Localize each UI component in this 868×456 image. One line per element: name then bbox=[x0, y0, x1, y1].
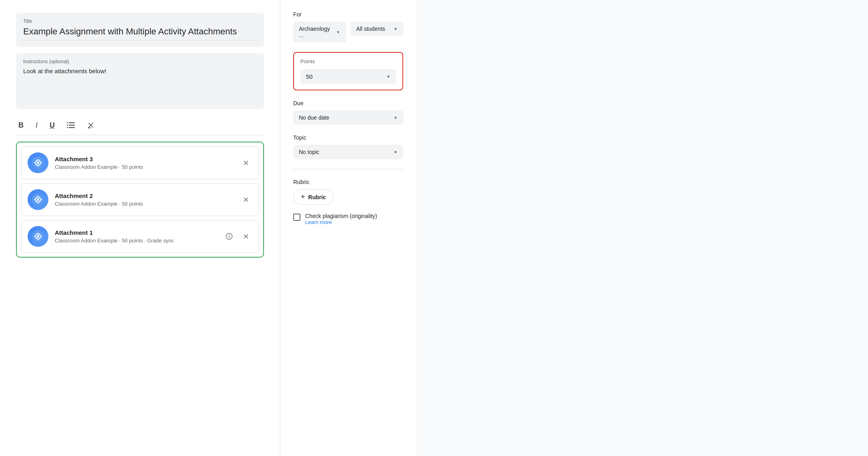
learn-more-link[interactable]: Learn more bbox=[305, 219, 377, 225]
attachment-actions bbox=[240, 193, 252, 206]
due-value: No due date bbox=[299, 114, 329, 121]
plagiarism-label: Check plagiarism (originality) bbox=[305, 213, 377, 219]
attachment-subtitle: Classroom Addon Example · 50 points bbox=[55, 164, 240, 170]
title-value[interactable]: Example Assignment with Multiple Activit… bbox=[23, 26, 257, 40]
svg-point-14 bbox=[37, 235, 39, 238]
topic-label: Topic bbox=[293, 134, 403, 141]
students-value: All students bbox=[356, 26, 385, 32]
attachment-info: Attachment 1 Classroom Addon Example · 5… bbox=[55, 229, 223, 244]
attachment-info: Attachment 2 Classroom Addon Example · 5… bbox=[55, 192, 240, 207]
svg-rect-0 bbox=[67, 122, 68, 123]
rubric-label: Rubric bbox=[293, 179, 403, 185]
attachment-title: Attachment 3 bbox=[55, 156, 240, 162]
list-button[interactable] bbox=[64, 120, 77, 130]
bold-button[interactable]: B bbox=[16, 120, 26, 130]
title-label: Title bbox=[23, 18, 257, 24]
attachment-subtitle: Classroom Addon Example · 50 points bbox=[55, 201, 240, 207]
for-section: For Archaeology ... ▼ All students ▼ bbox=[293, 11, 403, 42]
points-section: Points 50 ▼ bbox=[293, 52, 403, 90]
chevron-down-icon: ▼ bbox=[394, 27, 398, 31]
instructions-value[interactable]: Look at the attachments below! bbox=[23, 67, 257, 76]
topic-value: No topic bbox=[299, 149, 319, 155]
remove-attachment-button[interactable] bbox=[240, 193, 252, 206]
points-label: Points bbox=[300, 58, 396, 64]
due-dropdown[interactable]: No due date ▼ bbox=[293, 110, 403, 125]
svg-rect-3 bbox=[69, 125, 75, 126]
attachment-title: Attachment 2 bbox=[55, 192, 240, 199]
rubric-button-text: Rubric bbox=[308, 194, 326, 200]
topic-section: Topic No topic ▼ bbox=[293, 134, 403, 169]
attachment-icon bbox=[28, 189, 48, 210]
due-label: Due bbox=[293, 100, 403, 106]
svg-point-8 bbox=[37, 162, 39, 164]
attachment-item: Attachment 1 Classroom Addon Example · 5… bbox=[21, 220, 259, 253]
attachments-container: Attachment 3 Classroom Addon Example · 5… bbox=[16, 142, 264, 258]
attachment-subtitle: Classroom Addon Example · 50 points · Gr… bbox=[55, 238, 223, 244]
chevron-down-icon: ▼ bbox=[394, 116, 398, 120]
topic-dropdown[interactable]: No topic ▼ bbox=[293, 145, 403, 159]
svg-rect-4 bbox=[67, 127, 68, 128]
chevron-down-icon: ▼ bbox=[394, 150, 398, 154]
attachment-actions bbox=[223, 230, 252, 243]
chevron-down-icon: ▼ bbox=[386, 74, 390, 79]
attachment-title: Attachment 1 bbox=[55, 229, 223, 236]
due-section: Due No due date ▼ bbox=[293, 100, 403, 125]
svg-rect-2 bbox=[67, 125, 68, 126]
remove-attachment-button[interactable] bbox=[240, 156, 252, 169]
info-button[interactable] bbox=[223, 230, 236, 243]
svg-rect-5 bbox=[69, 127, 75, 128]
svg-rect-1 bbox=[69, 122, 75, 123]
plus-icon: + bbox=[301, 193, 305, 201]
svg-point-17 bbox=[229, 235, 230, 236]
plagiarism-checkbox[interactable] bbox=[293, 214, 300, 221]
class-value: Archaeology ... bbox=[299, 26, 333, 38]
attachment-info: Attachment 3 Classroom Addon Example · 5… bbox=[55, 156, 240, 170]
chevron-down-icon: ▼ bbox=[336, 30, 340, 34]
for-row: Archaeology ... ▼ All students ▼ bbox=[293, 22, 403, 42]
attachment-item: Attachment 2 Classroom Addon Example · 5… bbox=[21, 183, 259, 216]
students-dropdown[interactable]: All students ▼ bbox=[351, 22, 404, 42]
for-label: For bbox=[293, 11, 403, 18]
remove-attachment-button[interactable] bbox=[240, 230, 252, 243]
points-value: 50 bbox=[306, 73, 313, 80]
svg-point-11 bbox=[37, 198, 39, 201]
rubric-section: Rubric + Rubric bbox=[293, 179, 403, 205]
attachment-icon bbox=[28, 152, 48, 173]
italic-button[interactable]: I bbox=[33, 120, 40, 130]
add-rubric-button[interactable]: + Rubric bbox=[293, 189, 334, 205]
attachment-actions bbox=[240, 156, 252, 169]
attachment-item: Attachment 3 Classroom Addon Example · 5… bbox=[21, 146, 259, 179]
instructions-label: Instructions (optional) bbox=[23, 59, 257, 64]
clear-format-button[interactable] bbox=[84, 120, 97, 131]
svg-rect-16 bbox=[229, 236, 230, 238]
points-dropdown[interactable]: 50 ▼ bbox=[300, 69, 396, 84]
plagiarism-section: Check plagiarism (originality) Learn mor… bbox=[293, 213, 403, 225]
plagiarism-text: Check plagiarism (originality) Learn mor… bbox=[305, 213, 377, 225]
formatting-toolbar: B I U bbox=[16, 116, 264, 135]
underline-button[interactable]: U bbox=[47, 120, 57, 130]
attachment-icon bbox=[28, 226, 48, 247]
class-dropdown[interactable]: Archaeology ... ▼ bbox=[293, 22, 346, 42]
